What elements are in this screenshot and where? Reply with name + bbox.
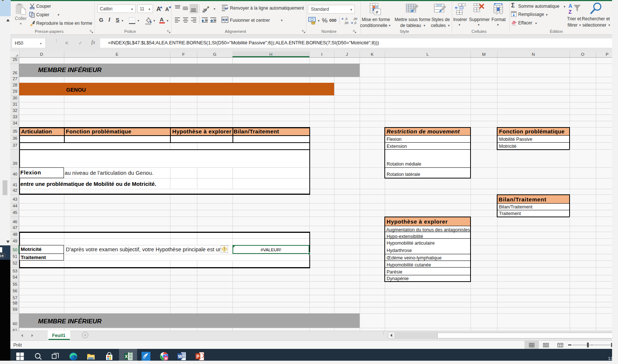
svg-text:A: A	[165, 6, 169, 12]
svg-text:X: X	[125, 354, 128, 359]
svg-text:P: P	[197, 354, 200, 359]
svg-text:ab: ab	[203, 7, 208, 13]
svg-text:,00: ,00	[353, 17, 357, 21]
svg-text:A: A	[160, 16, 164, 23]
svg-text:≠: ≠	[376, 9, 378, 15]
svg-text:M: M	[165, 357, 168, 360]
svg-text:,0: ,0	[345, 17, 347, 21]
svg-text:,00: ,00	[344, 21, 349, 24]
svg-text:A: A	[568, 3, 572, 9]
svg-text:,0: ,0	[354, 21, 356, 24]
svg-text:Z: Z	[568, 9, 572, 15]
svg-text:W: W	[178, 354, 183, 359]
svg-text:!: !	[224, 247, 225, 251]
svg-text:A: A	[156, 6, 161, 13]
